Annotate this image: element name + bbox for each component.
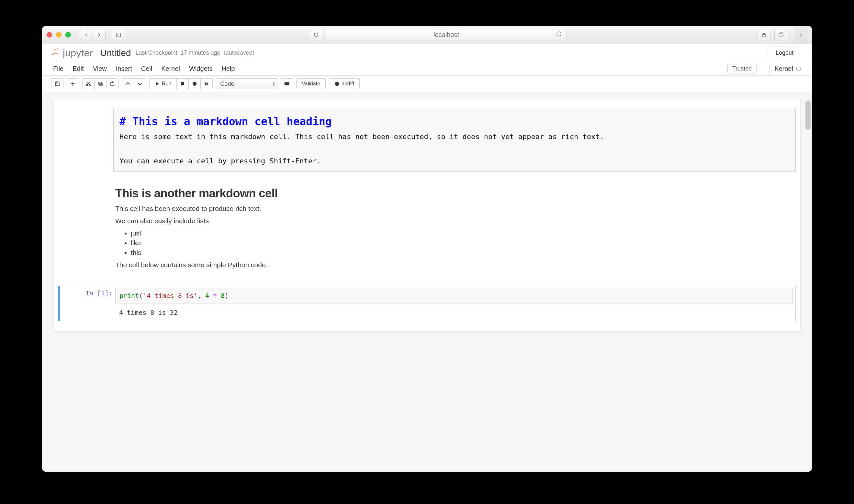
trusted-badge[interactable]: Trusted <box>728 64 756 73</box>
jupyter-header: jupyter Untitled Last Checkpoint: 17 min… <box>42 44 812 62</box>
kernel-label: Kernel <box>774 65 793 72</box>
code-prompt: In [1]: <box>60 286 115 321</box>
browser-window: localhost + jupyter Untitled Last Checkp… <box>42 26 812 472</box>
menu-cell[interactable]: Cell <box>141 62 161 76</box>
notebook-title[interactable]: Untitled <box>100 48 131 58</box>
nbdiff-button[interactable]: nbdiff <box>329 78 360 89</box>
markdown-rendered-cell[interactable]: This is another markdown cell This cell … <box>58 173 796 277</box>
rendered-p3: The cell below contains some simple Pyth… <box>115 261 794 269</box>
menu-insert[interactable]: Insert <box>116 62 141 76</box>
cell-prompt-empty <box>58 174 113 276</box>
save-button[interactable] <box>51 78 64 89</box>
list-item: this <box>131 249 794 256</box>
autosave-text: (autosaved) <box>224 50 255 56</box>
menu-help[interactable]: Help <box>222 62 244 76</box>
share-button[interactable] <box>757 30 770 40</box>
svg-point-5 <box>57 48 58 49</box>
list-item: just <box>131 229 794 237</box>
paste-button[interactable] <box>106 78 119 89</box>
validate-button[interactable]: Validate <box>296 78 326 89</box>
rendered-p1: This cell has been executed to produce r… <box>115 205 794 213</box>
copy-button[interactable] <box>94 78 106 89</box>
menu-widgets[interactable]: Widgets <box>189 62 222 76</box>
md-heading-line: # This is a markdown cell heading <box>120 112 789 131</box>
add-cell-button[interactable] <box>67 78 79 89</box>
run-group: Run <box>149 78 213 89</box>
rendered-h1: This is another markdown cell <box>115 187 794 200</box>
svg-rect-15 <box>99 82 101 85</box>
svg-rect-0 <box>116 33 121 37</box>
right-toolbar-group <box>757 30 787 40</box>
cell-type-value: Code <box>220 80 234 87</box>
back-button[interactable] <box>80 30 92 40</box>
code-output: 4 times 8 is 32 <box>115 305 796 321</box>
token-op: * <box>209 292 221 300</box>
tabs-button[interactable] <box>774 30 787 40</box>
markdown-source-editor[interactable]: # This is a markdown cell heading Here i… <box>113 108 796 172</box>
svg-marker-21 <box>205 82 207 86</box>
rendered-p2: We can also easily include lists <box>115 217 794 225</box>
kernel-status-icon <box>796 67 801 71</box>
zoom-window-icon[interactable] <box>65 32 71 37</box>
interrupt-button[interactable] <box>176 78 188 89</box>
restart-button[interactable] <box>188 78 201 89</box>
notebook-scroll-area[interactable]: # This is a markdown cell heading Here i… <box>42 92 812 472</box>
svg-rect-23 <box>285 83 289 85</box>
nav-back-forward <box>80 30 106 40</box>
cut-button[interactable] <box>82 78 94 89</box>
move-cell-group <box>122 78 146 89</box>
toolbar: Run Code ▴▾ Validate nbdiff <box>42 76 812 92</box>
browser-titlebar: localhost + <box>42 26 812 44</box>
notebook-container: # This is a markdown cell heading Here i… <box>54 99 800 331</box>
token-num: 8 <box>221 292 225 300</box>
menu-view[interactable]: View <box>93 62 116 76</box>
forward-button[interactable] <box>92 30 106 40</box>
select-arrows-icon: ▴▾ <box>273 81 275 86</box>
move-down-button[interactable] <box>134 78 146 89</box>
svg-rect-8 <box>56 82 58 83</box>
minimize-window-icon[interactable] <box>56 32 62 37</box>
checkpoint-text: Last Checkpoint: 17 minutes ago <box>135 50 220 56</box>
md-line-2: Here is some text in this markdown cell.… <box>120 131 789 143</box>
token-str: '4 times 8 is' <box>143 292 197 300</box>
url-text: localhost <box>434 31 459 38</box>
code-cell[interactable]: In [1]: print('4 times 8 is', 4 * 8) 4 t… <box>58 286 796 321</box>
jupyter-logo-icon <box>51 47 59 56</box>
command-palette-button[interactable] <box>281 78 293 89</box>
token-kw: print <box>120 292 139 300</box>
cell-prompt-empty <box>58 108 113 172</box>
kernel-indicator: Kernel <box>769 64 801 74</box>
privacy-shield-button[interactable] <box>310 30 323 40</box>
menu-kernel[interactable]: Kernel <box>161 62 189 76</box>
svg-point-6 <box>52 54 53 55</box>
move-up-button[interactable] <box>122 78 134 89</box>
close-window-icon[interactable] <box>47 32 52 37</box>
svg-rect-4 <box>779 34 782 37</box>
token-num: 4 <box>205 292 209 300</box>
markdown-source-cell[interactable]: # This is a markdown cell heading Here i… <box>58 106 796 173</box>
menubar: File Edit View Insert Cell Kernel Widget… <box>42 62 812 76</box>
jupyter-logo[interactable]: jupyter <box>51 47 93 58</box>
reload-icon[interactable] <box>556 31 562 38</box>
rendered-list: just like this <box>131 229 794 256</box>
window-controls <box>47 32 71 37</box>
sidebar-toggle-button[interactable] <box>112 30 125 40</box>
restart-run-all-button[interactable] <box>201 78 213 89</box>
cell-type-select[interactable]: Code ▴▾ <box>216 78 277 89</box>
cut-copy-paste-group <box>82 78 119 89</box>
svg-point-7 <box>58 54 58 55</box>
jupyter-logo-text: jupyter <box>63 48 93 58</box>
svg-marker-22 <box>207 82 208 86</box>
svg-marker-19 <box>156 82 159 86</box>
address-bar[interactable]: localhost <box>326 30 567 40</box>
menu-edit[interactable]: Edit <box>72 62 92 76</box>
scrollbar-thumb[interactable] <box>805 101 811 130</box>
svg-rect-20 <box>181 82 184 85</box>
code-editor[interactable]: print('4 times 8 is', 4 * 8) <box>115 288 793 303</box>
markdown-rendered-content: This is another markdown cell This cell … <box>113 174 796 276</box>
md-line-3: You can execute a cell by pressing Shift… <box>120 155 789 167</box>
run-button[interactable]: Run <box>149 78 176 89</box>
menu-file[interactable]: File <box>53 62 72 76</box>
new-tab-button[interactable]: + <box>794 26 807 44</box>
logout-button[interactable]: Logout <box>769 47 800 59</box>
